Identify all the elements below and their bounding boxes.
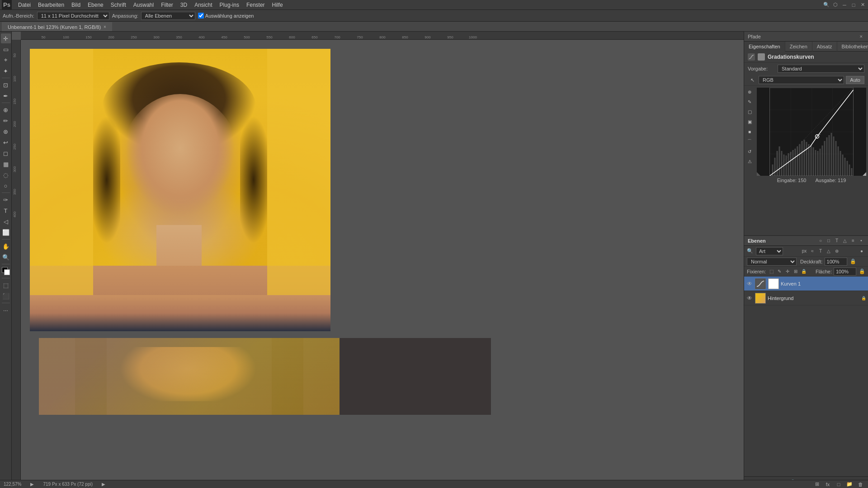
active-tab[interactable]: Unbenannt-1 bei 123% (Kurven 1, RGB/8) × <box>2 22 112 31</box>
text-tool[interactable]: T <box>1 206 11 216</box>
brush-tool[interactable]: ✏ <box>1 116 11 126</box>
zoom-tool[interactable]: 🔍 <box>1 252 11 262</box>
curves-pencil-tool[interactable]: ✎ <box>745 98 754 106</box>
layers-menu-icon[interactable]: • <box>858 238 864 244</box>
maximize-icon[interactable]: □ <box>850 1 857 9</box>
menu-plugins[interactable]: Plug-ins <box>216 1 243 9</box>
more-tools[interactable]: ··· <box>1 305 11 315</box>
menu-ansicht[interactable]: Ansicht <box>191 1 216 9</box>
mask-mode[interactable]: ⬚ <box>1 280 11 290</box>
tab-zeichen[interactable]: Zeichen <box>785 42 812 52</box>
menu-datei[interactable]: Datei <box>14 1 34 9</box>
layers-adjust-icon[interactable]: ≡ <box>850 238 856 244</box>
status-art-board-icon[interactable]: ⊞ <box>813 480 821 488</box>
status-folder-icon[interactable]: 📁 <box>845 480 854 488</box>
curve-pointer-tool[interactable]: ↖ <box>748 75 757 84</box>
healing-tool[interactable]: ⊕ <box>1 105 11 115</box>
filter-adj-icon[interactable]: ≈ <box>809 248 816 255</box>
menu-fenster[interactable]: Fenster <box>243 1 269 9</box>
screen-mode[interactable]: ⬛ <box>1 291 11 301</box>
fix-brush-icon[interactable]: ✎ <box>776 268 783 275</box>
tab-bibliotheken[interactable]: Bibliotheken <box>837 42 868 52</box>
opacity-input[interactable] <box>825 258 847 266</box>
path-select-tool[interactable]: ◁ <box>1 216 11 226</box>
fix-artboard-icon[interactable]: ⊞ <box>792 268 799 275</box>
filter-toggle[interactable]: ● <box>858 248 865 255</box>
fix-transparent-icon[interactable]: ⬚ <box>768 268 775 275</box>
curves-graph[interactable]: + <box>757 88 866 176</box>
filter-shape-icon[interactable]: △ <box>825 248 832 255</box>
curves-reset[interactable]: ↺ <box>745 147 754 155</box>
dodge-tool[interactable]: ○ <box>1 181 11 191</box>
flaeche-input[interactable] <box>834 267 856 276</box>
fix-move-icon[interactable]: ✛ <box>784 268 791 275</box>
curves-smooth[interactable]: ⌒ <box>745 137 754 145</box>
ruler-v-mark: 50 <box>13 53 17 57</box>
move-tool[interactable]: ✛ <box>1 33 11 43</box>
pfade-close-icon[interactable]: ✕ <box>858 33 864 40</box>
shape-tool[interactable]: ⬜ <box>1 227 11 237</box>
eyedropper-tool[interactable]: ✒ <box>1 91 11 101</box>
status-trash-icon[interactable]: 🗑 <box>856 480 864 488</box>
magic-wand-tool[interactable]: ✦ <box>1 66 11 76</box>
vorgabe-select[interactable]: Standard <box>778 65 864 73</box>
layer-item[interactable]: 👁 Hintergrund 🔒 <box>744 291 868 305</box>
pen-tool[interactable]: ✑ <box>1 195 11 205</box>
filter-px-icon[interactable]: px <box>801 248 808 255</box>
ruler-v-mark: 200 <box>13 121 17 127</box>
lasso-tool[interactable]: ⌖ <box>1 55 11 65</box>
minimize-icon[interactable]: ─ <box>841 1 848 9</box>
menu-bild[interactable]: Bild <box>68 1 84 9</box>
gradient-tool[interactable]: ▦ <box>1 159 11 169</box>
tab-eigenschaften[interactable]: Eigenschaften <box>744 42 785 52</box>
canvas-container[interactable] <box>21 40 744 488</box>
filter-smart-icon[interactable]: ⊛ <box>833 248 840 255</box>
menu-hilfe[interactable]: Hilfe <box>269 1 287 9</box>
blend-mode-select[interactable]: Normal Aufhellen Abdunkeln Multipliziere… <box>747 258 797 266</box>
layer-visibility[interactable]: 👁 <box>746 295 753 302</box>
layers-text-icon[interactable]: T <box>834 238 840 244</box>
status-new-layer-icon[interactable]: □ <box>835 480 843 488</box>
auswahlung-checkbox-wrap[interactable]: Auswählung anzeigen <box>198 13 254 19</box>
menu-bearbeiten[interactable]: Bearbeiten <box>34 1 68 9</box>
menu-schrift[interactable]: Schrift <box>107 1 130 9</box>
channel-select[interactable]: RGB R G B <box>759 76 844 84</box>
curves-hand-tool[interactable]: ⊕ <box>745 88 754 96</box>
tab-absatz[interactable]: Absatz <box>812 42 837 52</box>
fix-all-icon[interactable]: 🔒 <box>800 268 807 275</box>
stamp-tool[interactable]: ⊛ <box>1 127 11 136</box>
layers-create-icon[interactable]: □ <box>826 238 832 244</box>
auto-button[interactable]: Auto <box>846 76 864 84</box>
eraser-tool[interactable]: ◻ <box>1 148 11 158</box>
workspace-icon[interactable]: ⬡ <box>832 1 839 9</box>
menu-ebene[interactable]: Ebene <box>84 1 107 9</box>
history-brush-tool[interactable]: ↩ <box>1 137 11 147</box>
selection-tool[interactable]: ▭ <box>1 44 11 54</box>
curves-warning[interactable]: ⚠ <box>745 157 754 165</box>
filter-type-icon[interactable]: T <box>817 248 824 255</box>
close-icon[interactable]: ✕ <box>859 1 866 9</box>
blur-tool[interactable]: ◌ <box>1 170 11 180</box>
menu-auswahl[interactable]: Auswahl <box>130 1 157 9</box>
tool-size-select[interactable]: 11 x 11 Pixel Durchschnitt <box>37 12 109 20</box>
menu-filter[interactable]: Filter <box>157 1 177 9</box>
color-box[interactable] <box>2 267 10 275</box>
hand-tool[interactable]: ✋ <box>1 241 11 251</box>
status-fx-icon[interactable]: fx <box>824 480 832 488</box>
curves-eyedrop-light[interactable]: ▢ <box>745 108 754 116</box>
layer-item[interactable]: 👁 Kurven 1 <box>744 277 868 291</box>
auswahlung-checkbox[interactable] <box>198 13 204 19</box>
search-icon[interactable]: 🔍 <box>823 1 830 9</box>
crop-tool[interactable]: ⊡ <box>1 80 11 90</box>
layers-shape-icon[interactable]: △ <box>842 238 848 244</box>
layer-visibility[interactable]: 👁 <box>746 280 753 287</box>
background-color[interactable] <box>4 269 10 275</box>
curves-eyedrop-dark[interactable]: ■ <box>745 127 754 136</box>
layers-filter-select[interactable]: Art <box>756 247 783 255</box>
menu-3d[interactable]: 3D <box>177 1 191 9</box>
anpassung-select[interactable]: Alle Ebenen <box>141 12 195 20</box>
svg-rect-27 <box>826 137 828 176</box>
tab-close[interactable]: × <box>104 24 106 29</box>
layers-options-icon[interactable]: ○ <box>817 238 824 244</box>
curves-eyedrop-mid[interactable]: ▣ <box>745 117 754 126</box>
